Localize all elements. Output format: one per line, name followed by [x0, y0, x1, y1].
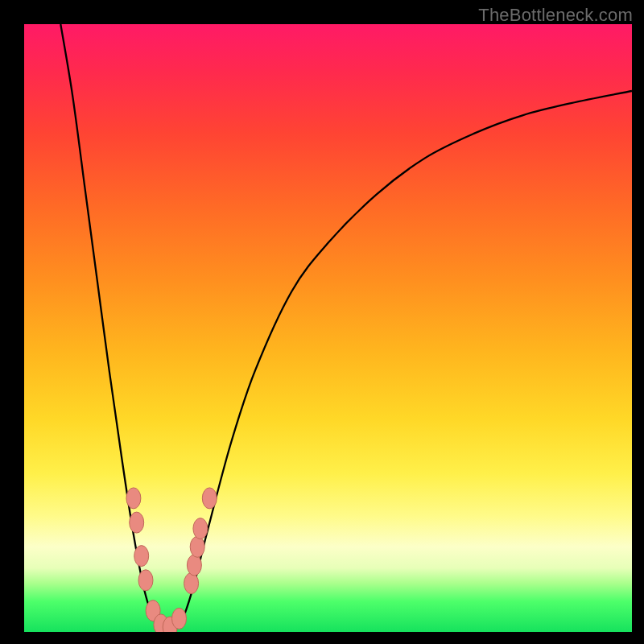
- curve-marker: [126, 488, 141, 509]
- curve-marker: [202, 488, 217, 509]
- curve-marker: [154, 614, 168, 632]
- curve-marker: [134, 546, 149, 567]
- curve-marker: [193, 518, 208, 539]
- curve-marker: [190, 536, 204, 557]
- curve-marker: [187, 555, 201, 576]
- curve-marker: [138, 570, 153, 591]
- curve-marker: [130, 512, 144, 533]
- plot-area: [24, 24, 632, 632]
- marker-group: [126, 488, 217, 632]
- curve-marker: [184, 573, 199, 594]
- chart-frame: TheBottleneck.com: [0, 0, 644, 644]
- bottleneck-curve-path: [60, 24, 632, 632]
- bottleneck-curve-svg: [24, 24, 632, 632]
- curve-marker: [163, 617, 177, 632]
- watermark-text: TheBottleneck.com: [478, 5, 633, 26]
- curve-marker: [172, 608, 187, 629]
- curve-marker: [146, 601, 160, 621]
